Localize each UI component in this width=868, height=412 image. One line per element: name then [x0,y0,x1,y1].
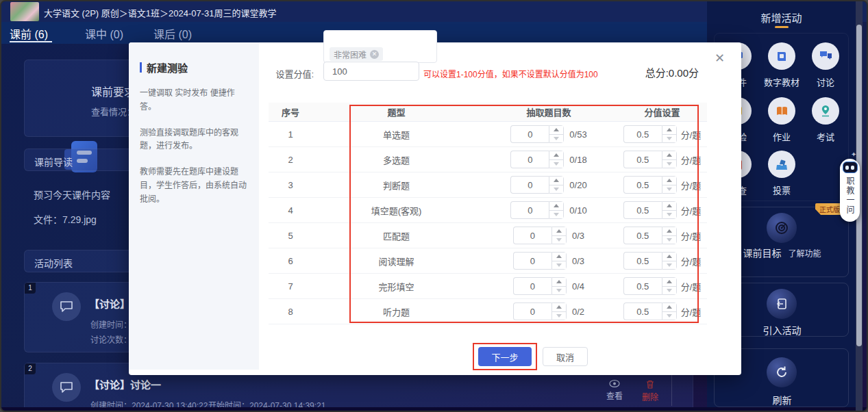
increment-button[interactable] [662,278,676,287]
sidebar-item-homework[interactable]: 作业 [760,97,804,143]
score-per-input[interactable] [623,277,662,295]
count-spinner[interactable] [510,176,564,194]
count-spinner[interactable] [513,252,567,270]
decrement-button[interactable] [662,312,676,320]
bottom-strip [1,407,868,412]
count-spinner[interactable] [510,125,564,143]
score-spinner[interactable] [623,201,677,219]
score-spinner[interactable] [623,176,677,194]
increment-button[interactable] [549,202,563,211]
tag-remove-icon[interactable]: ✕ [370,50,379,59]
decrement-button[interactable] [662,236,676,244]
count-input[interactable] [513,277,551,295]
col-header-count: 抽取题目数 [480,105,617,118]
count-spinner[interactable] [513,227,567,244]
increment-button[interactable] [552,253,566,261]
decrement-button[interactable] [549,160,563,168]
count-input[interactable] [513,227,551,244]
increment-button[interactable] [662,253,676,261]
count-input[interactable] [510,176,549,194]
count-spinner[interactable] [513,302,567,320]
decrement-button[interactable] [662,135,676,143]
score-per-input[interactable] [623,176,662,194]
sidebar-item-vote[interactable]: 投票 [760,151,804,196]
homework-icon [768,97,795,125]
increment-button[interactable] [549,151,563,160]
decrement-button[interactable] [552,261,566,270]
assistant-widget[interactable]: 职教一问 [840,159,860,222]
view-button[interactable]: 查看 [606,380,623,402]
increment-button[interactable] [662,126,676,135]
decrement-button[interactable] [549,211,563,219]
learn-more-link[interactable]: 了解功能 [788,247,821,259]
tab-during-class[interactable]: 课中 (0) [85,25,123,42]
score-input[interactable] [323,62,419,81]
score-spinner[interactable] [623,125,677,143]
decrement-button[interactable] [549,135,563,143]
decrement-button[interactable] [662,160,676,168]
count-input[interactable] [513,252,551,270]
decrement-button[interactable] [552,236,566,244]
table-row: 8 听力题 0/2 分/题 [269,299,707,324]
tab-before-class[interactable]: 课前 (6) [10,25,48,42]
sidebar-item-exam[interactable]: 考试 [804,97,847,143]
cancel-button[interactable]: 取消 [543,347,588,366]
available-count: 0/4 [572,281,584,292]
decrement-button[interactable] [552,287,566,295]
next-step-button[interactable]: 下一步 [478,347,532,366]
activity-title[interactable]: 【讨论】讨论一 [89,377,161,391]
decrement-button[interactable] [662,211,676,219]
sidebar-item-discussion[interactable]: 讨论 [804,42,847,88]
score-per-input[interactable] [623,201,662,219]
increment-button[interactable] [552,303,566,312]
decrement-button[interactable] [549,185,563,194]
close-icon[interactable]: ✕ [715,51,725,66]
increment-button[interactable] [662,151,676,160]
per-question-label: 分/题 [681,305,702,318]
count-input[interactable] [513,302,551,320]
modal-desc-2: 测验直接调取题库中的客观题，进行发布。 [140,127,248,154]
increment-button[interactable] [549,126,563,135]
count-input[interactable] [510,151,549,168]
increment-button[interactable] [662,177,676,185]
score-spinner[interactable] [623,277,677,295]
breadcrumb: 大学语文 (2P) 原创＞语文1班＞2024-07-31周三的课堂教学 [44,6,277,19]
count-spinner[interactable] [513,277,567,295]
score-per-input[interactable] [623,227,662,244]
import-activity-icon [767,289,797,319]
score-spinner[interactable] [623,302,677,320]
increment-button[interactable] [549,177,563,185]
count-spinner[interactable] [510,201,564,219]
score-spinner[interactable] [623,151,677,168]
score-per-input[interactable] [623,302,662,320]
decrement-button[interactable] [662,185,676,194]
goal-label[interactable]: 课前目标 [743,246,781,259]
increment-button[interactable] [552,278,566,287]
trash-icon [646,380,654,389]
col-header-score: 分值设置 [617,105,707,118]
decrement-button[interactable] [552,312,566,320]
decrement-button[interactable] [662,287,676,295]
goal-target-icon[interactable] [767,213,797,243]
ops-divider [671,373,672,406]
score-per-input[interactable] [623,125,662,143]
table-row: 5 匹配题 0/3 分/题 [269,223,707,248]
sidebar-item-digital-textbook[interactable]: 数字教材 [760,42,804,88]
increment-button[interactable] [662,303,676,312]
count-input[interactable] [510,201,549,219]
decrement-button[interactable] [662,261,676,270]
score-per-input[interactable] [623,151,662,168]
score-per-input[interactable] [623,252,662,270]
discussion-icon [52,373,81,402]
increment-button[interactable] [662,202,676,211]
difficulty-tag-box[interactable]: 非常困难 ✕ [323,30,437,63]
count-spinner[interactable] [510,151,564,168]
increment-button[interactable] [552,227,566,236]
score-spinner[interactable] [623,252,677,270]
delete-button[interactable]: 删除 [642,380,658,402]
tab-after-class[interactable]: 课后 (0) [153,25,192,42]
increment-button[interactable] [662,227,676,236]
count-input[interactable] [510,125,549,143]
score-spinner[interactable] [623,227,677,244]
guide-header: 课前导读 [34,155,73,168]
